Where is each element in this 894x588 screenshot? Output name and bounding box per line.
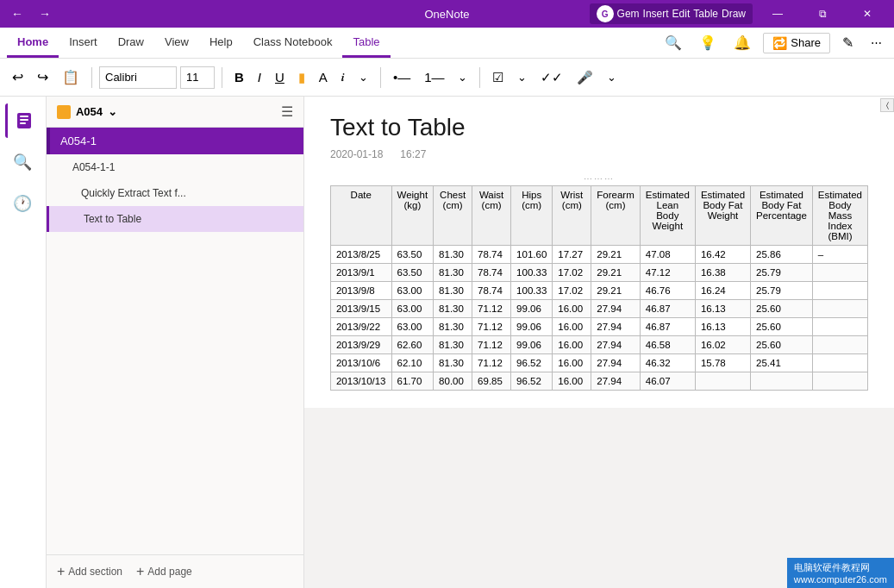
table-menu-label[interactable]: Table [693, 8, 718, 20]
table-cell: 81.30 [434, 246, 472, 264]
table-row: 2013/9/163.5081.3078.74100.3317.0229.214… [330, 264, 867, 282]
page-date: 2020-01-18 [330, 148, 383, 160]
main-layout: 🔍 🕐 A054 ⌄ ☰ A054-1 A054-1-1 Quickly Ext… [0, 97, 894, 588]
add-page-link[interactable]: + Add page [136, 564, 192, 579]
table-cell: 63.50 [391, 246, 434, 264]
page-item-a054-1-1[interactable]: A054-1-1 [47, 154, 303, 180]
sidebar-icon-recent[interactable]: 🕐 [5, 186, 40, 221]
sidebar-icon-search[interactable]: 🔍 [5, 145, 40, 179]
title-bar: ← → OneNote G Gem Insert Edit Table Draw… [0, 0, 894, 28]
font-size-input[interactable] [180, 66, 215, 89]
col-lean-body-weight: Estimated Lean Body Weight [640, 186, 695, 246]
font-family-input[interactable] [99, 66, 177, 89]
search-ribbon-btn[interactable]: 🔍 [660, 31, 687, 54]
clipboard-btn[interactable]: 📋 [57, 66, 84, 89]
insert-label[interactable]: Insert [643, 8, 669, 20]
more-options-btn[interactable]: ⋯ [866, 33, 887, 53]
table-cell: 47.08 [640, 246, 695, 264]
table-cell: 16.02 [695, 336, 750, 354]
content-area[interactable]: Text to Table 2020-01-18 16:27 ⋯⋯⋯ Date … [304, 97, 894, 408]
section-footer: + Add section + Add page [47, 554, 303, 588]
font-color-btn[interactable]: A [314, 66, 333, 88]
table-header-row: Date Weight(kg) Chest(cm) Waist(cm) Hips… [330, 186, 867, 246]
page-list: A054-1-1 Quickly Extract Text f... Text … [47, 154, 303, 232]
table-cell: 27.94 [591, 354, 640, 372]
svg-rect-2 [20, 119, 28, 121]
table-cell [812, 282, 867, 300]
restore-button[interactable]: ⧉ [803, 0, 842, 28]
strikethrough-btn[interactable]: 𝒊 [336, 67, 350, 88]
section-header: A054 ⌄ ☰ [47, 97, 303, 128]
table-row: 2013/10/1361.7080.0069.8596.5216.0027.94… [330, 372, 867, 391]
table-row: 2013/10/662.1081.3071.1296.5216.0027.944… [330, 354, 867, 372]
table-cell: 100.33 [511, 264, 553, 282]
undo-btn[interactable]: ↩ [7, 66, 28, 89]
tab-help[interactable]: Help [199, 28, 243, 58]
redo-btn[interactable]: ↪ [32, 66, 53, 89]
bullet-list-btn[interactable]: •— [388, 66, 416, 88]
expand-icon[interactable]: 〈 [880, 98, 894, 112]
edit-label[interactable]: Edit [672, 8, 691, 20]
table-cell: 71.12 [472, 318, 511, 336]
table-cell: 71.12 [472, 354, 511, 372]
checkbox-btn[interactable]: ☑ [487, 66, 509, 89]
ideas-btn[interactable]: 💡 [694, 31, 722, 54]
tab-home[interactable]: Home [7, 28, 59, 58]
col-weight: Weight(kg) [391, 186, 434, 246]
section-label: A054-1 [60, 134, 97, 147]
numbered-list-btn[interactable]: 1— [419, 66, 449, 88]
table-cell: 61.70 [391, 372, 434, 391]
spell-check-btn[interactable]: ✓✓ [535, 66, 568, 89]
page-item-quickly-extract[interactable]: Quickly Extract Text f... [47, 180, 303, 206]
table-cell: – [812, 246, 867, 264]
table-cell: 80.00 [434, 372, 472, 391]
notebook-dropdown-icon[interactable]: ⌄ [108, 105, 117, 118]
format-dropdown-btn[interactable]: ⌄ [353, 67, 373, 87]
notifications-btn[interactable]: 🔔 [728, 31, 756, 54]
table-cell: 16.00 [553, 300, 591, 318]
underline-btn[interactable]: U [270, 66, 290, 88]
add-section-link[interactable]: + Add section [57, 564, 122, 579]
tab-class-notebook[interactable]: Class Notebook [243, 28, 343, 58]
tab-draw[interactable]: Draw [108, 28, 154, 58]
section-item-a054-1[interactable]: A054-1 [47, 128, 303, 154]
sort-icon[interactable]: ☰ [281, 103, 293, 120]
tab-insert[interactable]: Insert [59, 28, 108, 58]
table-row: 2013/9/1563.0081.3071.1299.0616.0027.944… [330, 300, 867, 318]
share-button[interactable]: 🔁 Share [763, 33, 830, 53]
add-page-label: Add page [147, 566, 191, 578]
list-dropdown-btn[interactable]: ⌄ [453, 67, 472, 87]
close-button[interactable]: ✕ [847, 0, 887, 28]
pen-btn[interactable]: ✎ [837, 31, 859, 54]
tab-view[interactable]: View [154, 28, 199, 58]
table-cell: 46.58 [640, 336, 695, 354]
mic-btn[interactable]: 🎤 [572, 66, 598, 89]
table-cell: 2013/9/29 [330, 336, 391, 354]
table-cell: 16.00 [553, 336, 591, 354]
table-cell: 16.13 [695, 318, 750, 336]
highlight-btn[interactable]: ▮ [293, 66, 310, 89]
forward-button[interactable]: → [34, 3, 55, 24]
table-cell: 46.87 [640, 318, 695, 336]
bold-btn[interactable]: B [229, 66, 249, 88]
checkbox-dropdown-btn[interactable]: ⌄ [512, 67, 532, 87]
tab-table[interactable]: Table [342, 28, 390, 58]
toolbar-more-btn[interactable]: ⌄ [602, 67, 622, 87]
table-dots: ⋯⋯⋯ [584, 174, 615, 184]
table-cell [695, 372, 750, 391]
table-cell: 16.13 [695, 300, 750, 318]
page-item-text-to-table[interactable]: Text to Table [47, 206, 303, 232]
table-row: 2013/8/2563.5081.3078.74101.6017.2729.21… [330, 246, 867, 264]
draw-label[interactable]: Draw [722, 8, 746, 20]
table-row: 2013/9/863.0081.3078.74100.3317.0229.214… [330, 282, 867, 300]
table-cell: 99.06 [511, 318, 553, 336]
share-icon: 🔁 [772, 36, 787, 50]
sidebar-icon-notebook[interactable] [5, 103, 40, 138]
minimize-button[interactable]: — [758, 0, 797, 28]
col-body-fat-pct: Estimated Body Fat Percentage [751, 186, 813, 246]
table-cell: 63.00 [391, 300, 434, 318]
back-button[interactable]: ← [7, 3, 28, 24]
table-cell [751, 372, 813, 391]
italic-btn[interactable]: I [253, 66, 266, 88]
table-cell: 27.94 [591, 300, 640, 318]
